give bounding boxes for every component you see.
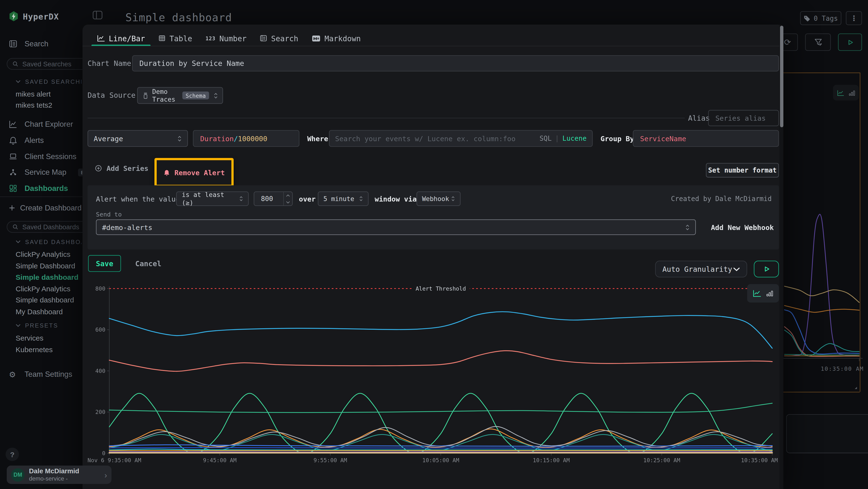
sidebar-item-client-sessions[interactable]: Client Sessions — [9, 152, 76, 161]
send-to-label: Send to — [96, 211, 122, 218]
line-chart-icon — [837, 90, 844, 95]
where-label: Where — [307, 135, 328, 143]
help-button[interactable]: ? — [5, 448, 19, 461]
chart-type-toggle[interactable] — [747, 284, 779, 303]
saved-searches-placeholder: Saved Searches — [23, 60, 72, 68]
scrollbar-thumb[interactable] — [780, 26, 783, 127]
svg-text:10:15:00 AM: 10:15:00 AM — [533, 457, 570, 463]
saved-dashboards-input[interactable]: Saved Dashboards — [7, 221, 90, 233]
tag-icon — [804, 15, 810, 22]
set-number-format-button[interactable]: Set number format — [706, 163, 779, 177]
saved-searches-input[interactable]: Saved Searches — [7, 58, 90, 70]
play-icon — [847, 39, 854, 46]
saved-search-item[interactable]: mikes tets2 — [16, 101, 52, 110]
sidebar-item-search[interactable]: Search — [9, 39, 49, 49]
dashboard-item[interactable]: Simple Dashboard — [16, 262, 75, 270]
tab-markdown[interactable]: Markdown — [306, 31, 367, 46]
series-divider-line — [88, 118, 685, 118]
background-panel-chart — [783, 207, 867, 374]
chevron-down-icon — [286, 201, 290, 203]
updown-chevron-icon — [177, 135, 182, 142]
panel-resize-handle[interactable] — [852, 384, 858, 390]
dashboard-item[interactable]: ClickPy Analytics — [16, 250, 70, 259]
tab-search[interactable]: Search — [254, 31, 304, 46]
cancel-button[interactable]: Cancel — [133, 255, 164, 272]
tab-number[interactable]: 123 Number — [200, 31, 252, 46]
webhook-select[interactable]: #demo-alerts — [96, 220, 696, 235]
kebab-icon: ⋮ — [850, 14, 858, 23]
modal-scrollbar[interactable] — [779, 25, 783, 489]
granularity-select[interactable]: Auto Granularity — [655, 261, 747, 277]
circle-plus-icon — [95, 165, 102, 172]
tab-table[interactable]: Table — [153, 31, 198, 46]
create-dashboard-button[interactable]: Create Dashboard — [9, 203, 82, 213]
bell-icon — [9, 136, 18, 145]
window-via-label: window via — [375, 195, 416, 203]
field-expression-input[interactable]: Duration/1000000 — [193, 130, 300, 147]
chevron-up-icon — [286, 194, 290, 197]
where-search-input[interactable]: Search your events w/ Lucene ex. column:… — [329, 130, 593, 147]
sql-option[interactable]: SQL — [539, 135, 552, 142]
preset-item[interactable]: Services — [16, 334, 43, 342]
presets-section-header[interactable]: PRESETS — [16, 322, 58, 329]
run-chart-button[interactable] — [754, 261, 779, 277]
alias-input[interactable] — [708, 110, 779, 126]
alert-condition-select[interactable]: is at least (≥) — [176, 192, 249, 206]
add-series-button[interactable]: Add Series — [95, 164, 149, 173]
svg-text:800: 800 — [95, 286, 105, 292]
laptop-icon — [9, 152, 18, 161]
number-123-icon: 123 — [206, 35, 216, 41]
data-source-label: Data Source — [88, 91, 135, 99]
dashboard-item[interactable]: My Dashboard — [16, 308, 63, 316]
sidebar-item-chart-explorer[interactable]: Chart Explorer — [9, 119, 73, 129]
filter-button[interactable] — [805, 33, 831, 51]
preset-item[interactable]: Kubernetes — [16, 345, 53, 354]
saved-searches-section-header[interactable]: SAVED SEARCHES — [16, 78, 82, 85]
tab-line-bar[interactable]: Line/Bar — [91, 31, 151, 46]
stepper-buttons[interactable] — [283, 192, 292, 206]
chevron-down-icon — [16, 80, 21, 83]
sidebar-item-dashboards[interactable]: Dashboards — [9, 184, 68, 193]
lucene-option[interactable]: Lucene — [562, 135, 586, 142]
field-token: Duration — [200, 134, 234, 143]
user-menu[interactable]: DM Dale McDiarmid demo-service - › — [7, 466, 112, 484]
group-by-label: Group By — [600, 135, 634, 143]
tags-button[interactable]: 0 Tags — [800, 11, 841, 25]
chart-name-input[interactable] — [132, 55, 779, 71]
sidebar-item-team-settings[interactable]: ⚙ Team Settings — [9, 370, 72, 379]
alert-channel-select[interactable]: Webhook — [416, 192, 461, 206]
bg-chart-type-toggle[interactable] — [833, 85, 859, 100]
hyperdx-logo-icon — [9, 11, 18, 22]
alert-threshold-stepper[interactable]: 800 — [254, 192, 293, 206]
chevron-down-icon — [16, 324, 21, 327]
save-button[interactable]: Save — [88, 255, 121, 272]
bg-axis-time-label: 10:35:00 AM — [821, 366, 864, 372]
help-icon: ? — [10, 450, 14, 459]
logo-text: HyperDX — [23, 12, 59, 21]
saved-dashboards-placeholder: Saved Dashboards — [23, 223, 79, 231]
run-query-button-background[interactable] — [838, 33, 862, 51]
alert-window-select[interactable]: 5 minute — [318, 192, 368, 206]
updown-chevron-icon — [451, 195, 455, 202]
edit-chart-modal: Line/Bar Table 123 Number Search Markdow… — [83, 25, 783, 489]
dashboard-item[interactable]: Simple dashboard — [16, 296, 74, 304]
dashboard-item[interactable]: ClickPy Analytics — [16, 285, 70, 293]
data-source-select[interactable]: Demo Traces Schema — [137, 87, 223, 104]
group-by-input[interactable]: ServiceName — [633, 130, 779, 147]
saved-dashboards-section-header[interactable]: SAVED DASHBOARDS — [16, 238, 82, 245]
data-source-value: Demo Traces — [152, 88, 179, 103]
plus-icon — [9, 205, 15, 211]
markdown-icon — [312, 35, 321, 42]
sidebar-toggle-button[interactable] — [93, 10, 103, 20]
line-chart-icon — [753, 290, 761, 297]
add-new-webhook-button[interactable]: Add New Webhook — [711, 223, 774, 232]
kebab-menu-button[interactable]: ⋮ — [846, 11, 862, 25]
svg-text:10:05:00 AM: 10:05:00 AM — [423, 457, 459, 463]
dashboard-item-active[interactable]: Simple dashboard — [16, 273, 79, 282]
over-label: over — [299, 195, 316, 203]
saved-search-item[interactable]: mikes alert — [16, 90, 51, 98]
query-language-switch[interactable]: SQL | Lucene — [539, 135, 587, 142]
remove-alert-button[interactable]: Remove Alert — [163, 168, 225, 177]
sidebar-item-alerts[interactable]: Alerts — [9, 136, 44, 145]
aggregation-select[interactable]: Average — [88, 130, 188, 147]
